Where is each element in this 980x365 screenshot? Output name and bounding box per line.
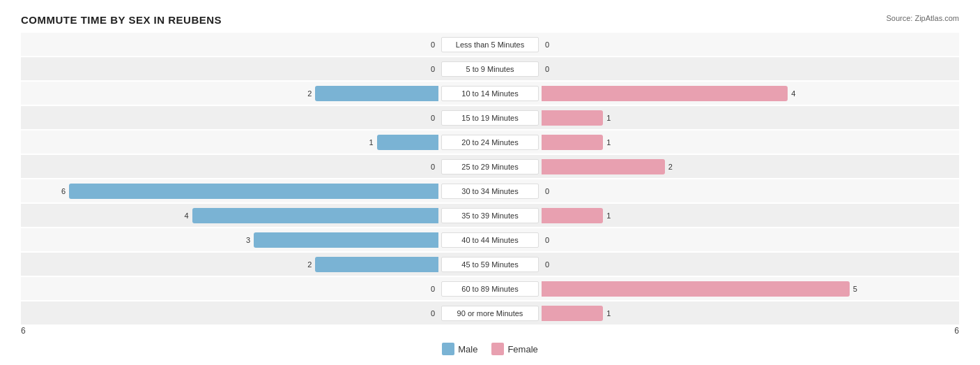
left-section: 0 <box>21 106 441 129</box>
right-section: 1 <box>539 301 959 325</box>
row-label: 15 to 19 Minutes <box>441 110 539 126</box>
female-value: 0 <box>545 236 556 244</box>
legend: Male Female <box>21 343 959 355</box>
female-bar <box>542 306 603 321</box>
right-section: 0 <box>539 57 959 80</box>
left-section: 0 <box>21 57 441 80</box>
female-bar-wrap: 1 <box>542 135 959 150</box>
left-section: 6 <box>21 179 441 202</box>
female-value: 0 <box>545 260 556 269</box>
right-section: 1 <box>539 106 959 129</box>
female-bar <box>542 135 603 150</box>
female-value: 1 <box>606 309 618 318</box>
male-bar <box>377 135 438 150</box>
left-section: 1 <box>21 131 441 154</box>
male-bar-wrap: 0 <box>21 37 438 52</box>
table-row: 2 45 to 59 Minutes 0 <box>21 253 959 276</box>
row-label: 5 to 9 Minutes <box>441 61 539 77</box>
male-bar <box>315 257 438 272</box>
male-bar-wrap: 0 <box>21 306 438 321</box>
male-value: 0 <box>424 114 435 122</box>
female-value: 0 <box>545 187 556 195</box>
male-bar-wrap: 2 <box>21 257 438 272</box>
legend-female-icon <box>491 343 504 355</box>
row-label: 90 or more Minutes <box>441 306 539 321</box>
male-bar <box>69 184 438 199</box>
row-label: 10 to 14 Minutes <box>441 86 539 101</box>
left-section: 2 <box>21 253 441 276</box>
row-label: 60 to 89 Minutes <box>441 281 539 297</box>
table-row: 4 35 to 39 Minutes 1 <box>21 204 959 227</box>
chart-area: 0 Less than 5 Minutes 0 0 5 to 9 Minutes <box>21 33 959 355</box>
table-row: 0 15 to 19 Minutes 1 <box>21 106 959 129</box>
table-row: 0 90 or more Minutes 1 <box>21 301 959 325</box>
male-value: 1 <box>362 138 374 147</box>
right-section: 2 <box>539 155 959 178</box>
male-bar-wrap: 1 <box>21 135 438 150</box>
row-label: 25 to 29 Minutes <box>441 159 539 174</box>
male-value: 3 <box>239 236 250 244</box>
female-bar-wrap: 2 <box>542 159 959 174</box>
table-row: 6 30 to 34 Minutes 0 <box>21 179 959 202</box>
chart-container: COMMUTE TIME BY SEX IN REUBENS Source: Z… <box>0 0 980 365</box>
male-value: 2 <box>300 89 312 98</box>
left-section: 0 <box>21 277 441 300</box>
male-value: 0 <box>424 65 435 73</box>
legend-male-icon <box>442 343 454 355</box>
source-label: Source: ZipAtlas.com <box>886 14 959 22</box>
right-section: 0 <box>539 33 959 56</box>
male-bar-wrap: 4 <box>21 208 438 223</box>
right-section: 0 <box>539 179 959 202</box>
female-value: 1 <box>606 211 618 220</box>
male-value: 4 <box>178 211 189 220</box>
left-section: 0 <box>21 33 441 56</box>
legend-female: Female <box>491 343 537 355</box>
female-value: 2 <box>668 163 680 171</box>
female-bar-wrap: 0 <box>542 37 959 52</box>
table-row: 0 60 to 89 Minutes 5 <box>21 277 959 300</box>
axis-labels: 6 6 <box>21 326 959 337</box>
right-section: 1 <box>539 204 959 227</box>
row-label: 40 to 44 Minutes <box>441 232 539 248</box>
female-bar-wrap: 5 <box>542 281 959 297</box>
table-row: 2 10 to 14 Minutes 4 <box>21 82 959 105</box>
male-value: 0 <box>424 309 435 318</box>
table-row: 3 40 to 44 Minutes 0 <box>21 228 959 251</box>
female-bar-wrap: 0 <box>542 184 959 199</box>
female-bar <box>542 281 850 297</box>
male-bar-wrap: 0 <box>21 61 438 77</box>
male-value: 0 <box>424 40 435 49</box>
left-section: 0 <box>21 301 441 325</box>
left-section: 2 <box>21 82 441 105</box>
axis-right: 6 <box>954 326 959 336</box>
male-value: 6 <box>54 187 66 195</box>
table-row: 0 5 to 9 Minutes 0 <box>21 57 959 80</box>
female-bar-wrap: 0 <box>542 61 959 77</box>
row-label: 30 to 34 Minutes <box>441 184 539 199</box>
axis-left: 6 <box>21 326 26 336</box>
female-bar-wrap: 4 <box>542 86 959 101</box>
female-bar-wrap: 1 <box>542 306 959 321</box>
left-section: 4 <box>21 204 441 227</box>
legend-male-label: Male <box>458 344 477 355</box>
male-bar-wrap: 2 <box>21 86 438 101</box>
female-bar-wrap: 1 <box>542 110 959 126</box>
male-bar-wrap: 3 <box>21 232 438 248</box>
female-value: 0 <box>545 40 556 49</box>
left-section: 3 <box>21 228 441 251</box>
female-bar-wrap: 0 <box>542 257 959 272</box>
male-bar <box>192 208 438 223</box>
male-bar <box>315 86 438 101</box>
right-section: 0 <box>539 228 959 251</box>
female-value: 5 <box>853 285 864 293</box>
male-bar-wrap: 0 <box>21 110 438 126</box>
right-section: 1 <box>539 131 959 154</box>
table-row: 1 20 to 24 Minutes 1 <box>21 131 959 154</box>
female-value: 4 <box>791 89 802 98</box>
female-value: 0 <box>545 65 556 73</box>
legend-female-label: Female <box>507 344 537 355</box>
row-label: 45 to 59 Minutes <box>441 257 539 272</box>
female-bar-wrap: 0 <box>542 232 959 248</box>
right-section: 4 <box>539 82 959 105</box>
legend-male: Male <box>442 343 477 355</box>
